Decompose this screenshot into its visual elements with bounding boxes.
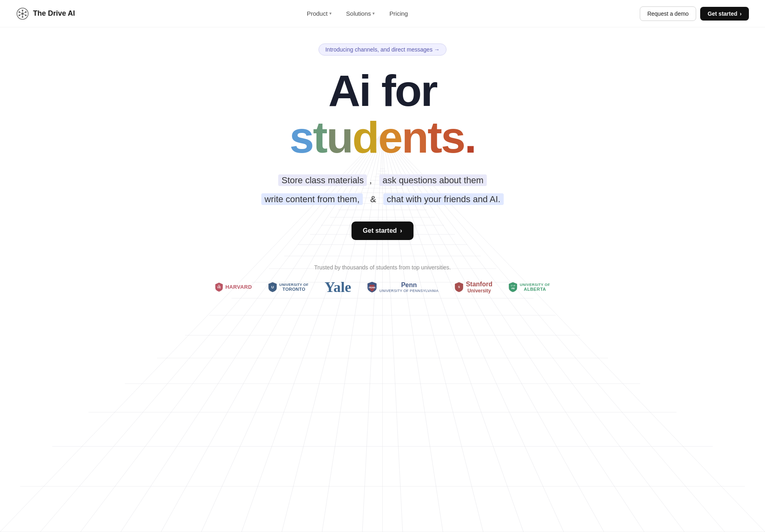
request-demo-button[interactable]: Request a demo [640,6,697,21]
nav-product-label: Product [307,10,328,17]
universities-label: Trusted by thousands of students from to… [215,264,550,271]
letter-s: s [289,112,313,162]
penn-logo: PENN Penn UNIVERSITY OF PENNSYLVANIA [367,282,438,293]
svg-text:S: S [458,286,460,288]
yale-name: Yale [325,279,351,296]
penn-name: Penn [379,282,438,289]
hero-subtitle-1: Store class materials , ask questions ab… [278,173,487,188]
penn-subtitle: UNIVERSITY OF PENNSYLVANIA [379,289,438,293]
navbar: The Drive AI Product ▾ Solutions ▾ Prici… [0,0,765,27]
get-started-hero-button[interactable]: Get started › [351,221,414,240]
svg-point-3 [19,11,20,13]
chevron-down-icon: ▾ [329,11,332,16]
stanford-subtitle: University [466,288,492,294]
badge-text: Introducing channels, and direct message… [325,46,440,53]
letter-u: u [327,112,352,162]
stanford-shield-icon: S [455,282,463,292]
get-started-nav-label: Get started [707,10,737,17]
letter-d: d [352,112,378,162]
letters-ts: ts [428,112,465,162]
svg-text:U of: U of [511,284,515,287]
nav-product[interactable]: Product ▾ [301,7,337,20]
hero-subtitle-2: write content from them, & chat with you… [261,192,504,207]
letter-e: e [378,112,401,162]
hero-content: Introducing channels, and direct message… [0,27,765,312]
nav-solutions-label: Solutions [346,10,371,17]
toronto-name-bottom: TORONTO [279,287,309,292]
penn-text-group: Penn UNIVERSITY OF PENNSYLVANIA [379,282,438,293]
toronto-shield-icon: U [268,282,277,292]
hero-section: Introducing channels, and direct message… [0,0,765,532]
harvard-name: HARVARD [225,284,252,290]
svg-text:RI: RI [218,284,220,287]
letter-t: t [313,112,327,162]
harvard-shield-icon: VE RI [215,282,223,292]
penn-shield-icon: PENN [367,282,377,293]
universities-section: Trusted by thousands of students from to… [215,264,550,312]
alberta-name-top: UNIVERSITY OF [520,283,550,287]
arrow-right-icon: › [740,10,742,17]
alberta-text-group: UNIVERSITY OF ALBERTA [520,283,550,292]
subtitle-comma: , [370,175,372,185]
nav-actions: Request a demo Get started › [640,6,749,21]
svg-point-5 [19,14,20,16]
arrow-right-icon: › [400,227,402,234]
toronto-logo: U UNIVERSITY OF TORONTO [268,282,309,292]
stanford-text-group: Stanford University [466,281,492,294]
subtitle-amp: & [370,194,376,204]
toronto-name-top: UNIVERSITY OF [279,283,309,287]
subtitle-highlight-1: Store class materials [278,174,367,186]
yale-logo: Yale [325,279,351,296]
stanford-logo: S Stanford University [455,281,492,294]
chevron-down-icon: ▾ [372,11,375,16]
stanford-name: Stanford [466,281,492,288]
period: . [464,112,476,162]
svg-text:U: U [271,285,274,289]
nav-solutions[interactable]: Solutions ▾ [341,7,381,20]
logo-text: The Drive AI [33,9,75,18]
svg-text:PENN: PENN [369,286,376,289]
svg-text:AB: AB [511,287,515,290]
nav-pricing[interactable]: Pricing [384,7,414,20]
nav-pricing-label: Pricing [389,10,408,17]
harvard-logo: VE RI HARVARD [215,282,252,292]
letter-n: n [401,112,427,162]
subtitle-highlight-3: write content from them, [261,193,363,205]
subtitle-highlight-2: ask questions about them [379,174,487,186]
get-started-hero-label: Get started [363,227,397,234]
hero-badge[interactable]: Introducing channels, and direct message… [318,43,447,56]
get-started-nav-button[interactable]: Get started › [700,7,749,21]
subtitle-highlight-4: chat with your friends and AI. [383,193,504,205]
logo-icon [16,7,29,20]
university-logos-container: VE RI HARVARD U UNIVERSITY OF TORONTO [215,279,550,296]
logo-link[interactable]: The Drive AI [16,7,75,20]
toronto-text-group: UNIVERSITY OF TORONTO [279,283,309,292]
alberta-logo: U of AB UNIVERSITY OF ALBERTA [509,282,550,292]
nav-links: Product ▾ Solutions ▾ Pricing [301,7,414,20]
hero-title-line2: students. [289,113,476,161]
alberta-name-bottom: ALBERTA [520,287,550,292]
svg-point-10 [22,12,24,14]
alberta-shield-icon: U of AB [509,282,517,292]
hero-title-line1: Ai for [328,68,436,113]
